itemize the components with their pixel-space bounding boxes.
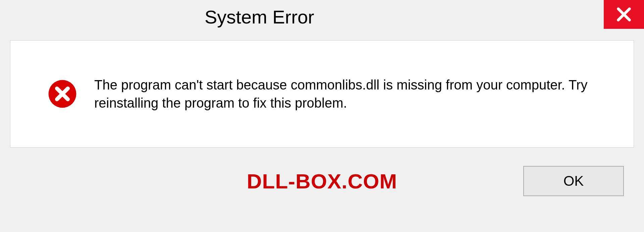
watermark-text: DLL-BOX.COM bbox=[247, 169, 397, 193]
titlebar: System Error bbox=[0, 0, 644, 34]
close-icon bbox=[615, 6, 632, 23]
content-area: The program can't start because commonli… bbox=[10, 40, 634, 148]
footer: DLL-BOX.COM OK bbox=[0, 148, 644, 215]
ok-button[interactable]: OK bbox=[523, 166, 624, 196]
close-button[interactable] bbox=[604, 0, 644, 29]
error-message: The program can't start because commonli… bbox=[94, 76, 597, 112]
error-icon bbox=[47, 79, 77, 109]
dialog-title: System Error bbox=[205, 6, 314, 28]
